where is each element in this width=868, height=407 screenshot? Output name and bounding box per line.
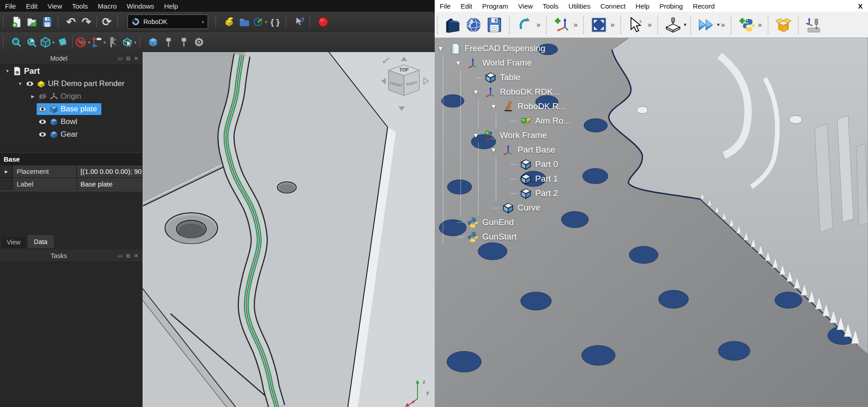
toolbar-grip[interactable] bbox=[620, 16, 624, 34]
rdk-python-button[interactable] bbox=[736, 14, 757, 35]
sketch-view-button[interactable] bbox=[55, 34, 70, 50]
nav-cube-button[interactable] bbox=[145, 34, 161, 50]
draw-style-button[interactable]: ▾ bbox=[90, 34, 106, 50]
menu-edit[interactable]: Edit bbox=[21, 2, 43, 10]
freecad-3d-viewport[interactable]: TOP FRONT RIGHT z y bbox=[142, 52, 435, 407]
chevron-down-icon[interactable]: ▾ bbox=[684, 22, 687, 28]
station-tree-item-gunstart[interactable]: GunStart bbox=[437, 230, 570, 244]
toolbar-overflow-icon[interactable]: » bbox=[648, 21, 652, 29]
toolbar-grip[interactable] bbox=[509, 16, 512, 34]
window-close-button[interactable]: X bbox=[853, 2, 868, 10]
export-arrow-button[interactable]: ▾ bbox=[252, 14, 267, 30]
chevron-down-icon[interactable]: ▾ bbox=[717, 22, 720, 28]
float-icon[interactable]: ⧉ bbox=[126, 253, 130, 259]
station-tree-item-table[interactable]: Table bbox=[437, 70, 570, 85]
caret-down-icon[interactable]: ▼ bbox=[4, 69, 11, 73]
toolbar-grip[interactable] bbox=[437, 16, 441, 34]
workbench-selector[interactable]: RoboDK▾ bbox=[128, 14, 208, 29]
menu-file[interactable]: File bbox=[435, 2, 455, 10]
tree-item-ur-demo-part-render[interactable]: ▼UR Demo part Render bbox=[0, 77, 142, 90]
caret-down-icon[interactable]: ▼ bbox=[490, 103, 502, 110]
toolbar-grip[interactable] bbox=[57, 16, 62, 28]
whats-this-button[interactable]: ? bbox=[291, 14, 307, 30]
small-hole[interactable] bbox=[277, 182, 296, 193]
caret-down-icon[interactable]: ▼ bbox=[490, 146, 502, 153]
new-document-button[interactable] bbox=[9, 14, 24, 30]
toolbar-grip[interactable] bbox=[546, 16, 550, 34]
toolbar-grip[interactable] bbox=[3, 16, 7, 28]
open-document-button[interactable] bbox=[24, 14, 39, 30]
station-tree-item-freecad-dispensing[interactable]: ▼FreeCAD Dispensing bbox=[437, 41, 570, 56]
menu-probing[interactable]: Probing bbox=[655, 2, 688, 10]
station-tree-item-robodk-rdk[interactable]: ▼RoboDK RDK... bbox=[437, 85, 570, 99]
station-tree-item-world-frame[interactable]: ▼World Frame bbox=[437, 56, 570, 70]
tree-item-origin[interactable]: ▶Origin bbox=[0, 90, 142, 103]
rdk-save-button[interactable] bbox=[484, 14, 505, 35]
tab-view[interactable]: View bbox=[1, 237, 26, 248]
toolbar-grip[interactable] bbox=[798, 16, 802, 34]
menu-tools[interactable]: Tools bbox=[67, 2, 93, 10]
save-button[interactable] bbox=[39, 14, 55, 30]
toolbar-grip[interactable] bbox=[583, 16, 587, 34]
toolbar-grip[interactable] bbox=[117, 16, 121, 28]
tab-data[interactable]: Data bbox=[28, 235, 54, 248]
menu-macro[interactable]: Macro bbox=[93, 2, 122, 10]
rdk-tool-add-button[interactable] bbox=[663, 14, 683, 35]
caret-down-icon[interactable]: ▼ bbox=[437, 45, 449, 52]
rdk-package-button[interactable] bbox=[773, 14, 794, 35]
view-fit-button[interactable] bbox=[9, 34, 24, 50]
station-tree-item-curve[interactable]: Curve bbox=[437, 201, 570, 215]
menu-view[interactable]: View bbox=[43, 2, 67, 10]
toolbar-grip[interactable] bbox=[285, 16, 289, 28]
refresh-button[interactable]: ⟳ bbox=[99, 14, 114, 30]
robodk-3d-view[interactable]: ▼FreeCAD Dispensing▼World FrameTable▼Rob… bbox=[435, 38, 868, 407]
tree-item-content[interactable]: Base plate bbox=[37, 103, 101, 115]
caret-down-icon[interactable]: ▼ bbox=[455, 59, 467, 67]
caret-down-icon[interactable]: ▼ bbox=[473, 88, 484, 96]
toolbar-overflow-icon[interactable]: » bbox=[758, 21, 762, 29]
menu-program[interactable]: Program bbox=[477, 2, 513, 10]
robodk-box-button[interactable] bbox=[221, 14, 237, 30]
rdk-run-button[interactable] bbox=[696, 14, 716, 35]
rdk-tcp-button[interactable] bbox=[803, 14, 824, 35]
toolbar-overflow-icon[interactable]: » bbox=[574, 21, 578, 29]
tree-item-gear[interactable]: Gear bbox=[0, 128, 142, 141]
caret-down-icon[interactable]: ▼ bbox=[16, 81, 24, 86]
toolbar-grip[interactable] bbox=[309, 16, 313, 28]
view-zoom-button[interactable] bbox=[24, 34, 39, 50]
menu-view[interactable]: View bbox=[513, 2, 538, 10]
settings-gear-button[interactable]: ⚙ bbox=[191, 34, 207, 50]
dock-icon[interactable]: ▭ bbox=[118, 253, 123, 259]
tree-item-bowl[interactable]: Bowl bbox=[0, 115, 142, 128]
property-row-label[interactable]: LabelBase plate bbox=[0, 178, 142, 191]
tree-item-content[interactable]: Part bbox=[11, 65, 44, 77]
blue-folder-button[interactable] bbox=[237, 14, 252, 30]
property-value[interactable]: [(1.00 0.00 0.00); 90.00 °;... bbox=[77, 165, 142, 177]
caret-down-icon[interactable]: ▼ bbox=[473, 132, 484, 139]
menu-utilities[interactable]: Utilities bbox=[564, 2, 595, 10]
station-tree-item-work-frame[interactable]: ▼Work Frame bbox=[437, 128, 570, 143]
braces-button[interactable]: { } bbox=[267, 14, 283, 30]
float-icon[interactable]: ⧉ bbox=[126, 55, 130, 62]
toolbar-grip[interactable] bbox=[730, 16, 734, 34]
clip-plane-button[interactable]: ▾ bbox=[75, 34, 90, 50]
measure-button[interactable] bbox=[106, 34, 121, 50]
rdk-open-button[interactable] bbox=[442, 14, 463, 35]
station-tree-item-aim-ro[interactable]: Aim Ro... bbox=[437, 114, 570, 128]
box-selection-button[interactable]: ▾ bbox=[121, 34, 137, 50]
rdk-undo-button[interactable] bbox=[514, 14, 535, 35]
caret-right-icon[interactable]: ▶ bbox=[0, 165, 13, 177]
freecad-3d-scene[interactable]: TOP FRONT RIGHT z y bbox=[142, 52, 435, 407]
close-icon[interactable]: ✕ bbox=[134, 55, 138, 62]
tree-item-base-plate[interactable]: Base plate bbox=[0, 103, 142, 115]
tree-item-part[interactable]: ▼Part bbox=[0, 65, 142, 77]
station-tree-item-part-1[interactable]: Part 1 bbox=[437, 172, 570, 186]
menu-help[interactable]: Help bbox=[159, 2, 183, 10]
tree-item-content[interactable]: UR Demo part Render bbox=[24, 78, 129, 90]
menu-record[interactable]: Record bbox=[688, 2, 720, 10]
station-tree-item-part-2[interactable]: Part 2 bbox=[437, 186, 570, 201]
menu-tools[interactable]: Tools bbox=[538, 2, 564, 10]
menu-windows[interactable]: Windows bbox=[122, 2, 159, 10]
rdk-frame-add-button[interactable] bbox=[551, 14, 572, 35]
toolbar-grip[interactable] bbox=[215, 16, 219, 28]
